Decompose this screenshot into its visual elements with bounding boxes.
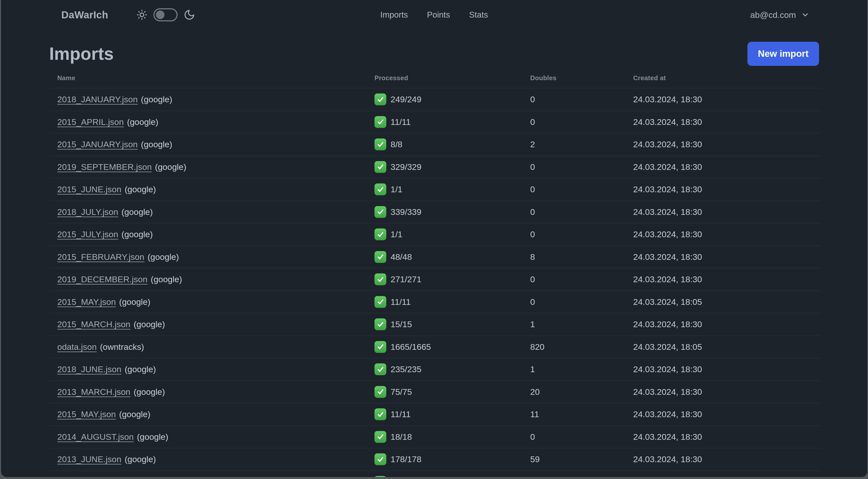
import-file-link[interactable]: 2014_AUGUST.json [57, 432, 134, 442]
success-check-icon [374, 431, 386, 443]
import-source-label: (google) [125, 454, 156, 464]
import-source-label: (google) [134, 387, 165, 396]
nav-item-points[interactable]: Points [427, 10, 450, 20]
success-check-icon [374, 273, 386, 285]
import-source-label: (google) [134, 320, 165, 329]
success-check-icon [374, 229, 386, 240]
app-logo[interactable]: DaWarIch [61, 9, 108, 21]
created-at: 24.03.2024, 18:05 [625, 336, 821, 358]
processed-count: 18/18 [391, 432, 412, 442]
success-check-icon [374, 476, 386, 477]
import-file-link[interactable]: 2018_JANUARY.json [57, 94, 137, 104]
doubles-count: 0 [522, 268, 625, 291]
success-check-icon [374, 386, 386, 398]
nav-item-imports[interactable]: Imports [380, 10, 408, 20]
doubles-count: 1 [522, 358, 625, 381]
import-file-link[interactable]: 2019_DECEMBER.json [57, 274, 148, 284]
imports-table-body: 2018_JANUARY.json(google) 249/249 0 24.0… [49, 88, 821, 477]
column-header-processed: Processed [366, 68, 522, 88]
account-menu[interactable]: ab@cd.com [750, 10, 809, 20]
chevron-down-icon [801, 10, 809, 19]
nav-item-stats[interactable]: Stats [469, 10, 488, 20]
success-check-icon [374, 161, 386, 173]
import-source-label: (google) [119, 297, 150, 307]
processed-cell: 11/11 [374, 116, 514, 128]
import-file-link[interactable]: 2015_MAY.json [57, 409, 116, 419]
theme-toggle-knob [156, 10, 164, 19]
name-cell: odata.json(owntracks) [49, 336, 366, 358]
import-file-link[interactable]: 2015_FEBRUARY.json [57, 252, 145, 262]
import-file-link[interactable]: odata.json [57, 342, 97, 352]
created-at: 24.03.2024, 18:30 [625, 223, 821, 246]
doubles-count: 0 [522, 223, 625, 246]
processed-count: 8/8 [391, 140, 402, 149]
import-file-link[interactable]: 2015_JUNE.json [57, 184, 121, 194]
import-file-link[interactable]: 2015_APRIL.json [57, 117, 124, 127]
created-at: 24.03.2024, 18:30 [625, 156, 821, 178]
created-at: 24.03.2024, 18:30 [625, 268, 821, 291]
import-file-link[interactable]: 2015_MAY.json [57, 297, 116, 307]
table-row: 2019_SEPTEMBER.json(google) 329/329 0 24… [49, 156, 821, 178]
created-at: 24.03.2024, 18:30 [625, 178, 821, 201]
doubles-count: 820 [522, 336, 625, 358]
import-source-label: (google) [127, 117, 158, 127]
name-cell: 2018_JULY.json(google) [49, 201, 366, 223]
new-import-button[interactable]: New import [747, 42, 819, 66]
processed-cell: 1/1 [374, 229, 514, 240]
import-file-link[interactable]: 2013_MARCH.json [57, 387, 130, 396]
created-at: 24.03.2024, 18:30 [625, 448, 821, 471]
import-file-link[interactable]: 2015_JANUARY.json [57, 140, 137, 149]
navbar-left: DaWarIch [61, 8, 195, 21]
import-source-label: (google) [141, 140, 172, 149]
doubles-count: 0 [522, 156, 625, 178]
import-file-link[interactable]: 2018_JUNE.json [57, 364, 121, 374]
main-content: Imports New import Name Processed Double… [1, 42, 867, 477]
success-check-icon [374, 296, 386, 308]
import-file-link[interactable]: 2013_JUNE.json [57, 454, 121, 464]
import-file-link[interactable]: 2018_JULY.json [57, 207, 118, 217]
processed-cell: 18/18 [374, 431, 514, 443]
processed-cell: 75/75 [374, 386, 514, 398]
doubles-count: 0 [522, 291, 625, 313]
success-check-icon [374, 409, 386, 420]
main-nav: Imports Points Stats [380, 10, 488, 20]
created-at: 24.03.2024, 18:30 [625, 358, 821, 381]
account-email: ab@cd.com [750, 10, 796, 20]
theme-toggle-group [136, 8, 195, 21]
column-header-created-at: Created at [625, 68, 821, 88]
processed-count: 1/1 [391, 230, 402, 239]
processed-cell: 1665/1665 [374, 341, 514, 353]
created-at: 24.03.2024, 18:30 [625, 313, 821, 336]
processed-cell: 48/48 [374, 251, 514, 263]
table-row: 2018_JANUARY.json(google) 249/249 0 24.0… [49, 88, 821, 111]
import-file-link[interactable]: 2019_SEPTEMBER.json [57, 162, 152, 172]
processed-cell: 339/339 [374, 206, 514, 218]
import-source-label: (google) [137, 432, 168, 442]
doubles-count: 8 [522, 246, 625, 268]
doubles-count: 11 [522, 403, 625, 426]
import-file-link[interactable]: 2015_JULY.json [57, 230, 118, 239]
processed-count: 339/339 [391, 207, 422, 217]
table-row: 2015_FEBRUARY.json(google) 48/48 8 24.03… [49, 246, 821, 268]
name-cell: 2013_MARCH.json(google) [49, 381, 366, 403]
processed-cell: 15/15 [374, 319, 514, 330]
table-row: 2013_JUNE.json(google) 178/178 59 24.03.… [49, 448, 821, 471]
title-row: Imports New import [49, 42, 819, 66]
success-check-icon [374, 206, 386, 218]
name-cell: 2015_MARCH.json(google) [49, 313, 366, 336]
doubles-count: 0 [522, 88, 625, 111]
theme-toggle[interactable] [153, 8, 178, 21]
created-at: 24.03.2024, 18:30 [625, 381, 821, 403]
success-check-icon [374, 139, 386, 150]
processed-count: 1/1 [391, 184, 402, 194]
import-file-link[interactable]: 2015_MARCH.json [57, 320, 130, 329]
success-check-icon [374, 183, 386, 195]
sun-icon [136, 9, 148, 20]
import-source-label: (google) [148, 252, 179, 262]
table-row: 2015_MAY.json(google) 11/11 11 24.03.202… [49, 403, 821, 426]
doubles-count: 0 [522, 201, 625, 223]
created-at: 24.03.2024, 18:30 [625, 133, 821, 156]
table-row: 2019_DECEMBER.json(google) 271/271 0 24.… [49, 268, 821, 291]
table-row: 2013_MARCH.json(google) 75/75 20 24.03.2… [49, 381, 821, 403]
column-header-doubles: Doubles [522, 68, 625, 88]
